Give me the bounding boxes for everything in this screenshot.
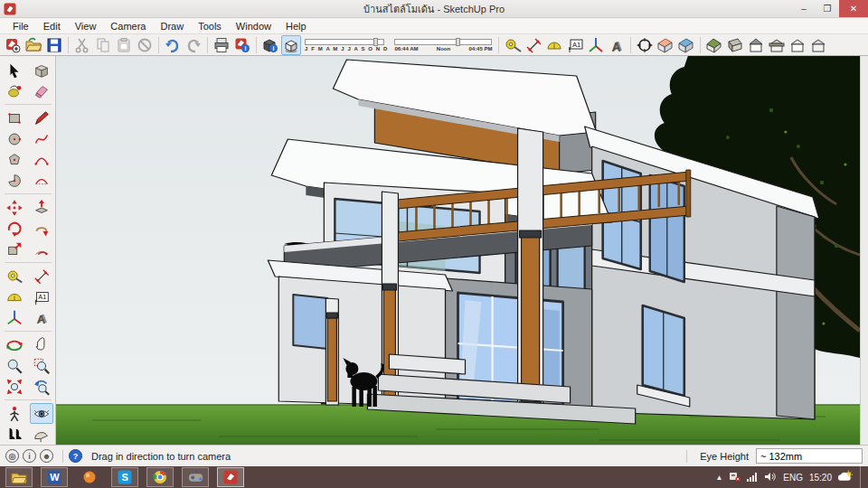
follow-me-tool-icon[interactable] <box>30 218 53 239</box>
undo-icon[interactable] <box>163 35 183 55</box>
eraser-icon[interactable] <box>30 80 53 101</box>
entity-info-icon[interactable]: i <box>260 35 280 55</box>
geolocation-icon[interactable]: ◎ <box>5 449 19 463</box>
orbit-tool-icon[interactable] <box>3 334 26 355</box>
taskbar-app-orange-icon[interactable] <box>76 467 103 487</box>
circle-tool-icon[interactable] <box>3 128 26 149</box>
taskbar-chrome-icon[interactable] <box>146 467 174 487</box>
view-left-icon[interactable] <box>788 35 807 55</box>
rectangle-tool-icon[interactable] <box>3 108 26 128</box>
zoom-window-tool-icon[interactable] <box>30 355 53 376</box>
section-plane-tool-icon[interactable] <box>30 424 53 445</box>
svg-text:i: i <box>244 45 246 52</box>
section-plane-icon[interactable] <box>656 35 675 55</box>
svg-text:W: W <box>50 472 60 483</box>
menu-camera[interactable]: Camera <box>103 20 153 33</box>
view-top-icon[interactable] <box>725 35 745 55</box>
select-tool-icon[interactable] <box>3 60 26 80</box>
model-info-icon[interactable]: i <box>232 35 252 55</box>
line-tool-icon[interactable] <box>30 108 53 128</box>
account-icon[interactable]: ☻ <box>40 449 53 463</box>
taskbar-word-icon[interactable]: W <box>41 467 68 487</box>
taskbar-app-game-icon[interactable] <box>182 467 209 487</box>
freehand-tool-icon[interactable] <box>30 128 53 149</box>
open-icon[interactable] <box>24 35 43 55</box>
eye-height-input[interactable] <box>756 448 863 464</box>
restore-button[interactable]: ❐ <box>816 0 839 17</box>
menu-tools[interactable]: Tools <box>191 20 229 33</box>
axes-palette-icon[interactable] <box>3 307 26 328</box>
make-component-icon[interactable] <box>30 60 53 80</box>
section-cuts-icon[interactable] <box>676 35 696 55</box>
position-camera-tool-icon[interactable] <box>3 403 26 424</box>
text-tool-palette-icon[interactable]: A1 <box>30 286 53 307</box>
tray-volume-icon[interactable] <box>765 472 777 483</box>
offset-tool-icon[interactable] <box>30 239 53 259</box>
zoom-extents-tool-icon[interactable] <box>3 376 26 397</box>
axes-tool-icon[interactable] <box>586 35 606 55</box>
shadow-date-slider[interactable]: J F M A M J J A S O N D <box>305 39 388 52</box>
dimension-tool-icon[interactable] <box>30 266 53 286</box>
menu-edit[interactable]: Edit <box>36 20 68 33</box>
status-hint: Drag in direction to turn camera <box>91 451 231 462</box>
taskbar-sketchup-icon[interactable] <box>217 467 244 487</box>
scale-tool-icon[interactable] <box>3 239 26 259</box>
arc-2pt-tool-icon[interactable] <box>30 170 53 191</box>
menu-view[interactable]: View <box>68 20 104 33</box>
rotate-tool-icon[interactable] <box>3 218 26 239</box>
taskbar-clock[interactable]: 15:20 <box>809 473 832 483</box>
move-tool-icon[interactable] <box>3 197 26 218</box>
tray-network-icon[interactable] <box>747 472 759 483</box>
view-back-icon[interactable] <box>767 35 787 55</box>
redo-icon[interactable] <box>184 35 203 55</box>
look-around-tool-icon[interactable] <box>30 403 53 424</box>
erase-icon[interactable] <box>135 35 155 55</box>
paint-bucket-icon[interactable] <box>3 80 26 101</box>
polygon-tool-icon[interactable] <box>3 149 26 170</box>
3d-text-palette-icon[interactable]: AA <box>30 307 53 328</box>
walk-tool-icon[interactable] <box>3 424 26 445</box>
minimize-button[interactable]: – <box>792 0 816 17</box>
camera-target-icon[interactable] <box>635 35 655 55</box>
text-tool-icon[interactable]: A1 <box>565 35 585 55</box>
new-icon[interactable] <box>3 35 23 55</box>
tape-measure-icon[interactable] <box>503 35 523 55</box>
pan-tool-icon[interactable] <box>30 334 53 355</box>
view-front-icon[interactable] <box>746 35 766 55</box>
protractor-tool-icon[interactable] <box>3 286 26 307</box>
view-iso-icon[interactable] <box>704 35 724 55</box>
close-button[interactable]: ✕ <box>839 0 868 17</box>
taskbar-explorer-icon[interactable] <box>5 467 33 487</box>
tray-input-indicator-icon[interactable] <box>729 471 741 483</box>
save-icon[interactable] <box>44 35 64 55</box>
paste-icon[interactable] <box>114 35 134 55</box>
protractor-icon[interactable] <box>544 35 564 55</box>
menu-help[interactable]: Help <box>278 20 314 33</box>
dimension-icon[interactable] <box>524 35 543 55</box>
view-right-icon[interactable] <box>808 35 828 55</box>
copy-icon[interactable] <box>93 35 113 55</box>
menu-file[interactable]: File <box>5 20 36 33</box>
shadows-toggle-icon[interactable] <box>281 35 301 55</box>
menu-draw[interactable]: Draw <box>153 20 191 33</box>
push-pull-tool-icon[interactable] <box>30 197 53 218</box>
zoom-tool-icon[interactable] <box>3 355 26 376</box>
model-viewport[interactable] <box>56 56 860 445</box>
instructor-icon[interactable]: i <box>23 449 36 463</box>
menu-window[interactable]: Window <box>229 20 278 33</box>
taskbar-language[interactable]: ENG <box>783 473 803 483</box>
arc-tool-icon[interactable] <box>30 149 53 170</box>
shadow-time-slider[interactable]: 06:44 AM Noon 04:45 PM <box>394 39 492 52</box>
tray-expand-icon[interactable]: ▲ <box>715 474 722 482</box>
tray-weather-icon[interactable] <box>838 470 854 484</box>
cut-icon[interactable] <box>72 35 92 55</box>
svg-text:A: A <box>612 40 621 54</box>
print-icon[interactable] <box>212 35 231 55</box>
help-icon[interactable]: ? <box>69 449 82 463</box>
show-desktop-button[interactable] <box>860 466 864 488</box>
pie-tool-icon[interactable] <box>3 170 26 191</box>
zoom-previous-tool-icon[interactable] <box>30 376 53 397</box>
3d-text-icon[interactable]: AA <box>607 35 627 55</box>
taskbar-skype-icon[interactable]: S <box>111 467 138 487</box>
tape-measure-tool-icon[interactable] <box>3 266 26 286</box>
